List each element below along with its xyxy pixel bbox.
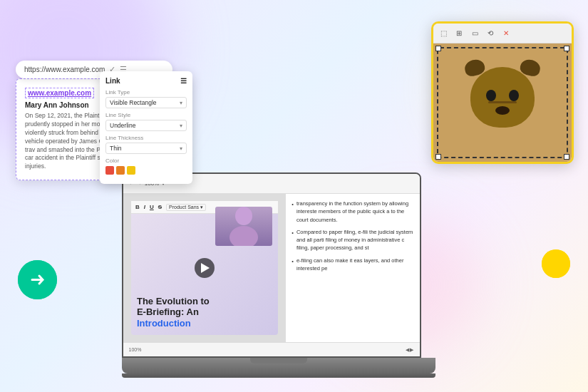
link-panel-menu-icon[interactable]: ☰ <box>180 77 187 85</box>
doc-url-highlight: www.example.com <box>25 88 94 98</box>
color-row: Color <box>105 158 187 175</box>
bullet-item-1: • transparency in the function system by… <box>292 200 413 224</box>
line-style-row: Line Style Underline ▾ <box>105 112 187 131</box>
bullet-text-3: e-filing can also make it eas layers, an… <box>296 257 414 273</box>
teal-circle <box>18 260 57 299</box>
pug-eye-left <box>486 90 496 101</box>
bullet-item-3: • e-filing can also make it eas layers, … <box>292 257 413 273</box>
line-style-label: Line Style <box>105 112 187 118</box>
bullet-icon: • <box>292 200 294 208</box>
slide-title-line1: The Evolution to <box>137 296 272 307</box>
grid-icon[interactable]: ⊞ <box>453 28 465 39</box>
laptop-screen: ← → 100% ▾ B I <box>122 172 421 358</box>
handle-bottom-left[interactable] <box>435 154 441 160</box>
thickness-select[interactable]: Thin ▾ <box>105 143 187 154</box>
link-panel-float: Link ☰ Link Type Visible Rectangle ▾ Lin… <box>100 71 192 184</box>
laptop-foot <box>122 373 435 378</box>
play-button[interactable] <box>195 258 215 278</box>
bullet-icon: • <box>292 257 294 265</box>
person-svg <box>222 207 265 246</box>
pug-illustration <box>456 53 549 153</box>
chevron-down-icon: ▾ <box>180 100 182 106</box>
bullet-icon: • <box>292 229 294 237</box>
slide-image <box>215 207 272 246</box>
pug-eye-right <box>509 90 519 101</box>
url-text: https://www.example.com <box>24 66 105 73</box>
handle-top-left[interactable] <box>435 46 441 51</box>
link-panel-title: Link <box>105 77 120 85</box>
page-nav[interactable]: ◀ ▶ <box>406 347 414 353</box>
color-swatch-orange[interactable] <box>116 166 125 175</box>
slide-text-area: The Evolution to E-Briefing: An Introduc… <box>137 296 272 329</box>
pug-head <box>470 67 535 128</box>
pdf-content-area: B I U S Product Sans ▾ <box>123 194 420 342</box>
line-style-select[interactable]: Underline ▾ <box>105 120 187 131</box>
color-swatch-yellow[interactable] <box>127 166 135 175</box>
link-type-label: Link Type <box>105 89 187 96</box>
chevron-down-icon: ▾ <box>180 145 182 152</box>
play-icon <box>201 263 210 273</box>
italic-button[interactable]: I <box>144 204 145 210</box>
bullet-item-2: • Compared to paper filing, e-fili the j… <box>292 228 413 252</box>
handle-top-right[interactable] <box>564 46 569 51</box>
slide-title-line3: Introduction <box>137 318 272 329</box>
bold-button[interactable]: B <box>135 204 140 210</box>
line-thickness-row: Line Thickness Thin ▾ <box>105 135 187 154</box>
delete-icon[interactable]: ✕ <box>500 28 512 39</box>
font-selector[interactable]: Product Sans ▾ <box>166 204 206 211</box>
thickness-label: Line Thickness <box>105 135 187 141</box>
svg-point-0 <box>235 207 252 225</box>
tablet-toolbar: ⬚ ⊞ ▭ ⟲ ✕ <box>433 24 572 43</box>
link-type-row: Link Type Visible Rectangle ▾ <box>105 89 187 108</box>
pdf-bottom-bar: 100% ◀ ▶ <box>123 342 420 356</box>
tablet-image-area <box>433 43 572 162</box>
chevron-down-icon: ▾ <box>180 123 182 129</box>
link-panel-header: Link ☰ <box>105 77 187 85</box>
yellow-circle <box>542 249 570 278</box>
laptop-base <box>122 358 435 373</box>
svg-point-2 <box>18 260 57 299</box>
pdf-text-panel: • transparency in the function system by… <box>286 194 419 342</box>
link-type-select[interactable]: Visible Rectangle ▾ <box>105 97 187 108</box>
rect-icon[interactable]: ▭ <box>469 28 480 39</box>
pdf-slide-panel: B I U S Product Sans ▾ <box>123 194 287 342</box>
bullet-text-1: transparency in the function system by a… <box>296 200 414 224</box>
svg-point-3 <box>542 249 570 278</box>
pug-nose <box>495 106 510 115</box>
color-label: Color <box>105 158 187 164</box>
slide-title-line2: E-Briefing: An <box>137 306 272 318</box>
bullet-text-2: Compared to paper filing, e-fili the jud… <box>296 228 414 252</box>
tablet-panel: ⬚ ⊞ ▭ ⟲ ✕ <box>431 21 574 164</box>
rotate-icon[interactable]: ⟲ <box>485 28 496 39</box>
person-silhouette <box>215 207 272 246</box>
laptop: ← → 100% ▾ B I <box>122 172 435 378</box>
underline-button[interactable]: U <box>150 204 154 210</box>
handle-bottom-right[interactable] <box>564 154 569 160</box>
laptop-notch <box>250 358 307 363</box>
laptop-screen-content: ← → 100% ▾ B I <box>123 174 420 356</box>
color-swatches <box>105 166 187 175</box>
pug-wrinkle <box>488 101 517 103</box>
pdf-editor: ← → 100% ▾ B I <box>123 174 420 356</box>
zoom-level: 100% <box>129 347 142 352</box>
teal-circle-svg <box>18 260 57 299</box>
yellow-circle-svg <box>542 249 570 278</box>
crop-icon[interactable]: ⬚ <box>438 28 449 39</box>
svg-point-1 <box>229 226 258 246</box>
color-swatch-red[interactable] <box>105 166 114 175</box>
strikethrough-button[interactable]: S <box>158 204 162 210</box>
